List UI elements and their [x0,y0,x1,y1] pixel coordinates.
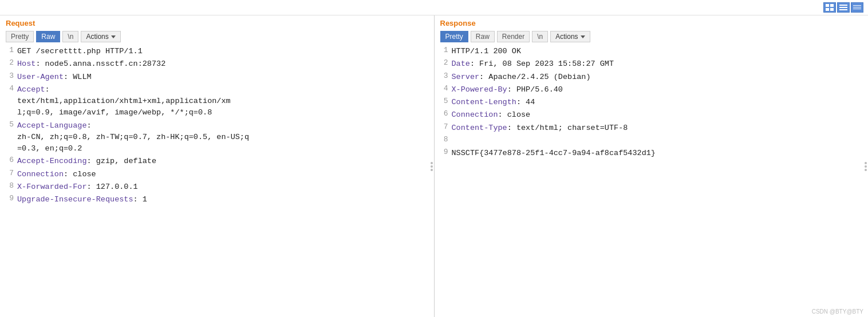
response-panel-header: Response Pretty Raw Render \n Actions [435,15,869,42]
request-line-7: 7 Connection: close [0,168,434,180]
list-view-toggle[interactable] [837,2,850,13]
response-line-num-3: 3 [437,70,448,80]
request-line-content-7: Connection: close [17,168,432,180]
response-tabs: Pretty Raw Render \n Actions [440,31,863,42]
response-line-7: 7 Content-Type: text/html; charset=UTF-8 [435,121,869,134]
response-scrollbar-hint [865,162,867,171]
response-actions-button[interactable]: Actions [550,31,590,42]
response-line-6: 6 Connection: close [435,108,869,121]
request-line-num-3: 3 [2,70,14,80]
response-line-num-2: 2 [437,57,448,67]
svg-rect-2 [826,8,829,11]
response-line-content-7: Content-Type: text/html; charset=UTF-8 [452,121,866,134]
svg-rect-7 [853,5,861,6]
response-line-num-8: 8 [437,134,448,144]
svg-rect-8 [853,7,861,7]
request-line-9: 9 Upgrade-Insecure-Requests: 1 [0,193,434,205]
compact-view-toggle[interactable] [851,2,863,13]
response-line-num-9: 9 [437,146,448,156]
request-panel-header: Request Pretty Raw \n Actions [0,15,434,42]
request-line-2: 2 Host: node5.anna.nssctf.cn:28732 [0,57,434,70]
request-line-num-4: 4 [2,83,14,93]
response-line-content-2: Date: Fri, 08 Sep 2023 15:58:27 GMT [452,57,866,70]
view-toggles [823,2,863,13]
response-line-9: 9 NSSCTF{3477e878-25f1-4cc7-9a94-af8caf5… [435,146,869,159]
response-watermark: CSDN @BTY@BTY [812,308,863,315]
response-line-content-8 [452,134,866,135]
split-view-toggle[interactable] [823,2,836,13]
request-title: Request [6,19,428,27]
response-line-3: 3 Server: Apache/2.4.25 (Debian) [435,70,869,83]
response-line-content-3: Server: Apache/2.4.25 (Debian) [452,70,866,83]
request-content: 1 GET /secretttt.php HTTP/1.1 2 Host: no… [0,42,434,317]
response-line-content-4: X-Powered-By: PHP/5.6.40 [452,83,866,96]
response-line-content-1: HTTP/1.1 200 OK [452,45,866,57]
request-actions-button[interactable]: Actions [81,31,120,42]
request-tab-pretty[interactable]: Pretty [6,31,34,42]
request-line-3: 3 User-Agent: WLLM [0,70,434,83]
request-line-num-2: 2 [2,57,14,67]
svg-rect-1 [830,4,834,7]
request-scrollbar-hint [431,162,433,171]
response-line-num-7: 7 [437,121,448,131]
response-line-content-9: NSSCTF{3477e878-25f1-4cc7-9a94-af8caf543… [452,146,866,159]
svg-rect-6 [839,9,847,10]
response-tab-raw[interactable]: Raw [471,31,495,42]
request-tab-raw[interactable]: Raw [36,31,60,42]
request-line-5: 5 Accept-Language:zh-CN, zh;q=0.8, zh-TW… [0,119,434,155]
response-panel: Response Pretty Raw Render \n Actions 1 … [435,15,869,317]
response-title: Response [440,19,863,27]
request-line-content-5: Accept-Language:zh-CN, zh;q=0.8, zh-TW;q… [17,119,432,155]
request-panel: Request Pretty Raw \n Actions 1 GET /sec… [0,15,435,317]
request-actions-label: Actions [86,33,108,41]
response-line-2: 2 Date: Fri, 08 Sep 2023 15:58:27 GMT [435,57,869,70]
response-line-content-6: Connection: close [452,108,866,121]
request-line-num-7: 7 [2,168,14,177]
request-line-content-4: Accept:text/html,application/xhtml+xml,a… [17,83,432,119]
request-tabs: Pretty Raw \n Actions [6,31,428,42]
request-tab-newline[interactable]: \n [62,31,78,42]
request-line-8: 8 X-Forwarded-For: 127.0.0.1 [0,180,434,193]
svg-rect-9 [853,9,861,9]
svg-rect-5 [839,7,847,8]
response-line-num-5: 5 [437,96,448,105]
response-line-8: 8 [435,134,869,146]
svg-rect-4 [839,5,847,6]
request-line-content-9: Upgrade-Insecure-Requests: 1 [17,193,432,205]
request-line-1: 1 GET /secretttt.php HTTP/1.1 [0,45,434,57]
request-line-content-3: User-Agent: WLLM [17,70,432,83]
request-line-content-2: Host: node5.anna.nssctf.cn:28732 [17,57,432,70]
request-line-content-6: Accept-Encoding: gzip, deflate [17,154,432,167]
top-bar [0,0,868,15]
response-line-num-6: 6 [437,108,448,118]
svg-rect-3 [830,8,834,11]
response-tab-render[interactable]: Render [497,31,530,42]
request-line-num-5: 5 [2,119,14,129]
response-content: 1 HTTP/1.1 200 OK 2 Date: Fri, 08 Sep 20… [435,42,869,317]
request-line-4: 4 Accept:text/html,application/xhtml+xml… [0,83,434,119]
request-line-6: 6 Accept-Encoding: gzip, deflate [0,154,434,167]
request-line-num-6: 6 [2,154,14,164]
response-actions-label: Actions [555,33,578,41]
request-line-num-8: 8 [2,180,14,190]
panels-container: Request Pretty Raw \n Actions 1 GET /sec… [0,15,868,317]
response-tab-newline[interactable]: \n [532,31,548,42]
response-line-num-1: 1 [437,45,448,54]
response-tab-pretty[interactable]: Pretty [440,31,468,42]
request-line-content-8: X-Forwarded-For: 127.0.0.1 [17,180,432,193]
response-line-5: 5 Content-Length: 44 [435,96,869,108]
response-line-1: 1 HTTP/1.1 200 OK [435,45,869,57]
request-line-num-9: 9 [2,193,14,203]
response-line-4: 4 X-Powered-By: PHP/5.6.40 [435,83,869,96]
request-line-content-1: GET /secretttt.php HTTP/1.1 [17,45,432,57]
response-actions-chevron-icon [581,35,585,38]
svg-rect-0 [826,4,829,7]
response-line-num-4: 4 [437,83,448,93]
request-line-num-1: 1 [2,45,14,54]
response-line-content-5: Content-Length: 44 [452,96,866,108]
request-actions-chevron-icon [111,35,116,38]
